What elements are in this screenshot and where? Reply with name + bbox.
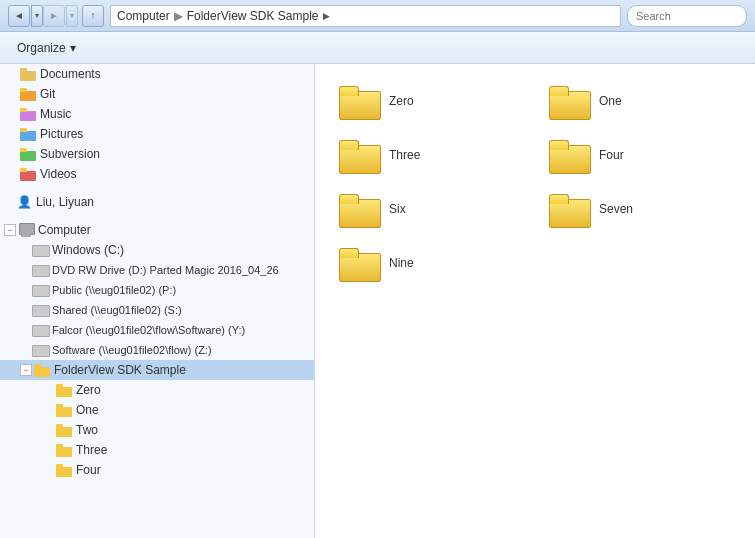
sidebar-item-label: Three bbox=[76, 443, 107, 457]
computer-icon bbox=[18, 222, 34, 238]
folder-one-label: One bbox=[599, 94, 622, 108]
organize-button[interactable]: Organize ▾ bbox=[8, 37, 85, 59]
sidebar-item-label: Two bbox=[76, 423, 98, 437]
sidebar-item-label: Software (\\eug01file02\flow) (Z:) bbox=[52, 344, 212, 356]
sidebar-item-label: Zero bbox=[76, 383, 101, 397]
sidebar: Documents Git Music Pictures bbox=[0, 64, 315, 538]
folder-item-zero[interactable]: Zero bbox=[325, 74, 535, 128]
sidebar-item-label: DVD RW Drive (D:) Parted Magic 2016_04_2… bbox=[52, 264, 279, 276]
sidebar-divider-1 bbox=[0, 184, 314, 192]
toolbar: Organize ▾ bbox=[0, 32, 755, 64]
sidebar-item-zero[interactable]: Zero bbox=[0, 380, 314, 400]
sidebar-item-falcor[interactable]: Falcor (\\eug01file02\flow\Software) (Y:… bbox=[0, 320, 314, 340]
sidebar-item-four[interactable]: Four bbox=[0, 460, 314, 480]
sidebar-item-label: Documents bbox=[40, 67, 101, 81]
folder-zero-label: Zero bbox=[389, 94, 414, 108]
title-bar: ◄ ▾ ► ▾ ↑ Computer ▶ FolderView SDK Samp… bbox=[0, 0, 755, 32]
breadcrumb-folderview[interactable]: FolderView SDK Sample bbox=[187, 9, 319, 23]
folder-six-label: Six bbox=[389, 202, 406, 216]
sidebar-item-user[interactable]: 👤 Liu, Liyuan bbox=[0, 192, 314, 212]
main-layout: Documents Git Music Pictures bbox=[0, 64, 755, 538]
sidebar-item-label: Videos bbox=[40, 167, 76, 181]
sidebar-item-windows[interactable]: Windows (C:) bbox=[0, 240, 314, 260]
network-drive-icon-y bbox=[32, 322, 48, 338]
folder-videos-icon bbox=[20, 166, 36, 182]
folder-pictures-icon bbox=[20, 126, 36, 142]
user-icon: 👤 bbox=[16, 194, 32, 210]
back-button[interactable]: ◄ bbox=[8, 5, 30, 27]
folder-three-icon bbox=[56, 442, 72, 458]
content-area: Zero One Three Four Six Seven bbox=[315, 64, 755, 538]
up-button[interactable]: ↑ bbox=[82, 5, 104, 27]
sidebar-item-videos[interactable]: Videos bbox=[0, 164, 314, 184]
search-input[interactable] bbox=[627, 5, 747, 27]
back-dropdown[interactable]: ▾ bbox=[31, 5, 43, 27]
folder-two-icon bbox=[56, 422, 72, 438]
sidebar-item-shared[interactable]: Shared (\\eug01file02) (S:) bbox=[0, 300, 314, 320]
folder-three-label: Three bbox=[389, 148, 420, 162]
network-drive-icon-s bbox=[32, 302, 48, 318]
sidebar-item-three[interactable]: Three bbox=[0, 440, 314, 460]
nav-back-group: ◄ ▾ bbox=[8, 5, 43, 27]
nav-forward-group: ► ▾ bbox=[43, 5, 78, 27]
sidebar-item-folderview[interactable]: − FolderView SDK Sample bbox=[0, 360, 314, 380]
sidebar-item-label: One bbox=[76, 403, 99, 417]
sidebar-item-label: Liu, Liyuan bbox=[36, 195, 94, 209]
folder-item-seven[interactable]: Seven bbox=[535, 182, 745, 236]
folder-seven-label: Seven bbox=[599, 202, 633, 216]
sidebar-item-pictures[interactable]: Pictures bbox=[0, 124, 314, 144]
sidebar-item-label: Shared (\\eug01file02) (S:) bbox=[52, 304, 182, 316]
breadcrumb-sep-1: ▶ bbox=[174, 9, 183, 23]
sidebar-item-two[interactable]: Two bbox=[0, 420, 314, 440]
sidebar-item-software[interactable]: Software (\\eug01file02\flow) (Z:) bbox=[0, 340, 314, 360]
sidebar-item-label: Four bbox=[76, 463, 101, 477]
sidebar-item-label: Falcor (\\eug01file02\flow\Software) (Y:… bbox=[52, 324, 245, 336]
sidebar-item-computer[interactable]: − Computer bbox=[0, 220, 314, 240]
sidebar-item-public[interactable]: Public (\\eug01file02) (P:) bbox=[0, 280, 314, 300]
breadcrumb-computer[interactable]: Computer bbox=[117, 9, 170, 23]
sidebar-divider-2 bbox=[0, 212, 314, 220]
computer-collapse-btn[interactable]: − bbox=[4, 224, 16, 236]
sidebar-item-subversion[interactable]: Subversion bbox=[0, 144, 314, 164]
folder-item-four[interactable]: Four bbox=[535, 128, 745, 182]
folder-nine-large-icon bbox=[339, 246, 379, 280]
folder-nine-label: Nine bbox=[389, 256, 414, 270]
sidebar-item-label: Music bbox=[40, 107, 71, 121]
sidebar-item-git[interactable]: Git bbox=[0, 84, 314, 104]
dvd-drive-icon bbox=[32, 262, 48, 278]
network-drive-icon-z bbox=[32, 342, 48, 358]
folder-four-icon bbox=[56, 462, 72, 478]
sidebar-item-label: Git bbox=[40, 87, 55, 101]
folder-item-six[interactable]: Six bbox=[325, 182, 535, 236]
sidebar-item-music[interactable]: Music bbox=[0, 104, 314, 124]
folders-grid: Zero One Three Four Six Seven bbox=[325, 74, 745, 290]
forward-dropdown[interactable]: ▾ bbox=[66, 5, 78, 27]
folder-documents-icon bbox=[20, 66, 36, 82]
folderview-collapse-btn[interactable]: − bbox=[20, 364, 32, 376]
sidebar-item-dvd[interactable]: DVD RW Drive (D:) Parted Magic 2016_04_2… bbox=[0, 260, 314, 280]
folder-four-label: Four bbox=[599, 148, 624, 162]
sidebar-item-label: Subversion bbox=[40, 147, 100, 161]
windows-drive-icon bbox=[32, 242, 48, 258]
sidebar-item-label: Computer bbox=[38, 223, 91, 237]
folder-item-three[interactable]: Three bbox=[325, 128, 535, 182]
sidebar-item-documents[interactable]: Documents bbox=[0, 64, 314, 84]
sidebar-item-label: Public (\\eug01file02) (P:) bbox=[52, 284, 176, 296]
folder-item-one[interactable]: One bbox=[535, 74, 745, 128]
sidebar-item-label: Pictures bbox=[40, 127, 83, 141]
folder-four-large-icon bbox=[549, 138, 589, 172]
folderview-icon bbox=[34, 362, 50, 378]
folder-zero-icon bbox=[56, 382, 72, 398]
folder-subversion-icon bbox=[20, 146, 36, 162]
sidebar-item-label: FolderView SDK Sample bbox=[54, 363, 186, 377]
network-drive-icon-p bbox=[32, 282, 48, 298]
folder-one-icon bbox=[56, 402, 72, 418]
folder-item-nine[interactable]: Nine bbox=[325, 236, 535, 290]
breadcrumb[interactable]: Computer ▶ FolderView SDK Sample ▶ bbox=[110, 5, 621, 27]
sidebar-item-one[interactable]: One bbox=[0, 400, 314, 420]
forward-button[interactable]: ► bbox=[43, 5, 65, 27]
folder-git-icon bbox=[20, 86, 36, 102]
folder-three-large-icon bbox=[339, 138, 379, 172]
breadcrumb-end-arrow: ▶ bbox=[323, 11, 330, 21]
sidebar-item-label: Windows (C:) bbox=[52, 243, 124, 257]
